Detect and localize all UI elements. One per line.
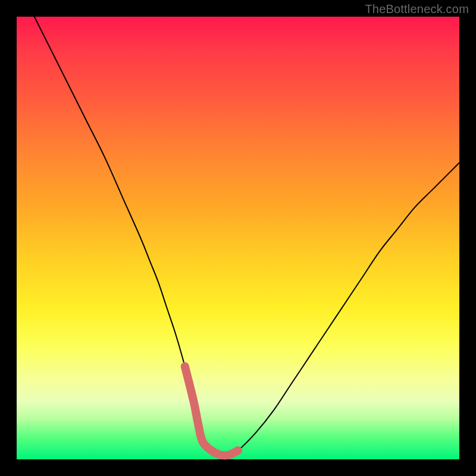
watermark-text: TheBottleneck.com [365, 2, 469, 16]
bottleneck-plot [17, 17, 459, 459]
chart-canvas [17, 17, 459, 459]
bottleneck-curve-line [35, 17, 459, 456]
optimal-band-line [185, 367, 238, 456]
